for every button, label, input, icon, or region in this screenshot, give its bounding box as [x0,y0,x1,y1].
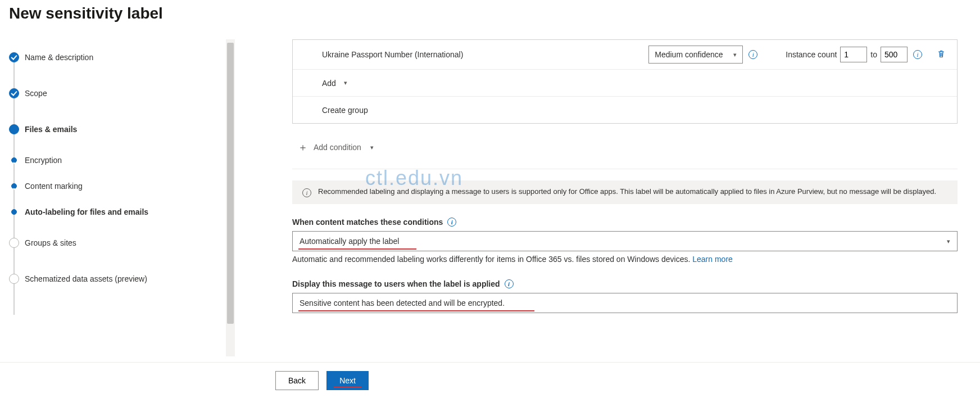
chevron-down-icon: ▾ [344,79,347,87]
back-button[interactable]: Back [275,371,319,390]
instance-count-label: Instance count [786,50,837,59]
add-condition-button[interactable]: ＋ Add condition ▾ [298,141,374,154]
info-icon: i [302,188,311,197]
info-icon[interactable]: i [748,50,757,59]
display-message-heading: Display this message to users when the l… [292,279,514,288]
dot-icon [11,157,17,163]
info-banner: i Recommended labeling and displaying a … [292,180,958,204]
highlight-underline [298,248,416,250]
helper-text: Automatic and recommended labeling works… [292,255,958,264]
chevron-down-icon: ▾ [947,238,950,245]
step-files-emails[interactable]: Files & emails [9,111,236,147]
instance-from-input[interactable] [840,47,867,62]
highlight-underline [298,310,534,311]
divider [292,169,958,169]
next-button[interactable]: Next [326,371,369,390]
main-content: Ukraine Passport Number (International) … [236,39,980,356]
circle-icon [9,238,19,248]
step-name-description[interactable]: Name & description [9,39,236,75]
dot-icon [11,183,17,189]
create-group-button[interactable]: Create group [293,96,957,123]
info-icon[interactable]: i [913,50,922,59]
confidence-select[interactable]: Medium confidence ▾ [648,46,743,64]
circle-icon [9,274,19,284]
wizard-footer: Back Next [0,362,980,398]
display-message-input[interactable]: Sensitive content has been detected and … [292,293,958,313]
delete-icon[interactable] [937,49,946,60]
step-groups-sites[interactable]: Groups & sites [9,225,236,261]
condition-group: Ukraine Passport Number (International) … [292,39,958,124]
learn-more-link[interactable]: Learn more [692,255,733,264]
check-icon [9,88,19,98]
sit-name-label: Ukraine Passport Number (International) [322,50,648,59]
scrollbar-thumb[interactable] [227,43,234,324]
wizard-sidebar: Name & description Scope Files & emails … [0,39,236,356]
info-icon[interactable]: i [447,218,456,227]
instance-to-input[interactable] [881,47,908,62]
sidebar-scrollbar[interactable] [226,39,235,356]
chevron-down-icon: ▾ [733,51,737,58]
sensitive-info-row: Ukraine Passport Number (International) … [293,40,957,69]
step-encryption[interactable]: Encryption [9,147,236,173]
page-title: New sensitivity label [0,0,980,22]
apply-label-select[interactable]: Automatically apply the label ▾ [292,231,958,251]
step-scope[interactable]: Scope [9,75,236,111]
dot-icon [11,209,17,215]
to-label: to [870,50,877,59]
info-icon[interactable]: i [505,279,514,288]
dot-icon [9,124,19,134]
match-conditions-heading: When content matches these conditions i [292,218,456,227]
check-icon [9,52,19,62]
step-content-marking[interactable]: Content marking [9,173,236,199]
highlight-underline [334,387,361,388]
add-sit-button[interactable]: Add ▾ [293,69,957,96]
step-auto-labeling[interactable]: Auto-labeling for files and emails [9,199,236,225]
plus-icon: ＋ [298,141,308,154]
chevron-down-icon: ▾ [370,144,374,151]
step-schematized-assets[interactable]: Schematized data assets (preview) [9,261,236,297]
